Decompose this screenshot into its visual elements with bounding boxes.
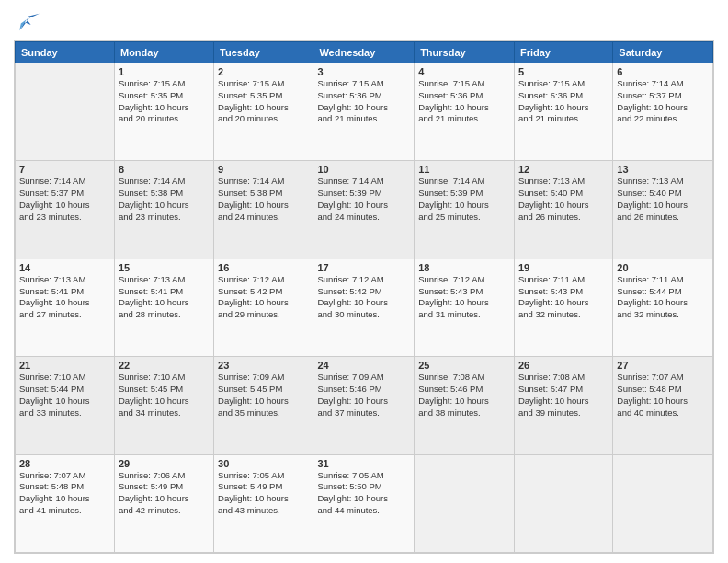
header-row: SundayMondayTuesdayWednesdayThursdayFrid… xyxy=(16,42,713,63)
day-cell: 29Sunrise: 7:06 AMSunset: 5:49 PMDayligh… xyxy=(114,454,213,552)
day-cell: 22Sunrise: 7:10 AMSunset: 5:45 PMDayligh… xyxy=(114,357,213,454)
col-header-tuesday: Tuesday xyxy=(214,42,313,63)
header xyxy=(14,9,714,35)
day-number: 11 xyxy=(418,164,510,175)
day-cell: 28Sunrise: 7:07 AMSunset: 5:48 PMDayligh… xyxy=(16,454,115,552)
day-cell: 3Sunrise: 7:15 AMSunset: 5:36 PMDaylight… xyxy=(313,63,415,161)
day-info: Sunrise: 7:06 AMSunset: 5:49 PMDaylight:… xyxy=(119,470,210,517)
col-header-saturday: Saturday xyxy=(613,42,713,63)
day-info: Sunrise: 7:15 AMSunset: 5:35 PMDaylight:… xyxy=(218,78,309,125)
day-number: 20 xyxy=(617,262,709,273)
day-info: Sunrise: 7:10 AMSunset: 5:45 PMDaylight:… xyxy=(119,372,210,419)
day-info: Sunrise: 7:13 AMSunset: 5:41 PMDaylight:… xyxy=(19,274,110,321)
day-cell: 23Sunrise: 7:09 AMSunset: 5:45 PMDayligh… xyxy=(214,357,313,454)
day-number: 21 xyxy=(19,360,110,371)
day-info: Sunrise: 7:14 AMSunset: 5:38 PMDaylight:… xyxy=(119,176,210,223)
day-info: Sunrise: 7:12 AMSunset: 5:42 PMDaylight:… xyxy=(218,274,309,321)
day-cell: 19Sunrise: 7:11 AMSunset: 5:43 PMDayligh… xyxy=(514,259,612,356)
day-number: 16 xyxy=(218,262,309,273)
day-number: 27 xyxy=(617,360,709,371)
day-info: Sunrise: 7:15 AMSunset: 5:36 PMDaylight:… xyxy=(418,78,510,125)
day-info: Sunrise: 7:13 AMSunset: 5:40 PMDaylight:… xyxy=(518,176,609,223)
day-cell: 10Sunrise: 7:14 AMSunset: 5:39 PMDayligh… xyxy=(313,161,415,259)
day-number: 29 xyxy=(119,458,210,469)
day-number: 8 xyxy=(119,164,210,175)
calendar-body: 1Sunrise: 7:15 AMSunset: 5:35 PMDaylight… xyxy=(16,63,713,553)
col-header-monday: Monday xyxy=(114,42,213,63)
day-cell: 18Sunrise: 7:12 AMSunset: 5:43 PMDayligh… xyxy=(415,259,515,356)
day-cell: 15Sunrise: 7:13 AMSunset: 5:41 PMDayligh… xyxy=(114,259,213,356)
day-cell: 21Sunrise: 7:10 AMSunset: 5:44 PMDayligh… xyxy=(16,357,115,454)
day-number: 19 xyxy=(518,262,609,273)
calendar-table: SundayMondayTuesdayWednesdayThursdayFrid… xyxy=(15,41,713,553)
page: SundayMondayTuesdayWednesdayThursdayFrid… xyxy=(0,0,728,563)
day-number: 24 xyxy=(317,360,410,371)
day-number: 9 xyxy=(218,164,309,175)
day-info: Sunrise: 7:14 AMSunset: 5:38 PMDaylight:… xyxy=(218,176,309,223)
day-number: 18 xyxy=(418,262,510,273)
day-number: 30 xyxy=(218,458,309,469)
week-row-5: 28Sunrise: 7:07 AMSunset: 5:48 PMDayligh… xyxy=(16,454,713,552)
day-number: 13 xyxy=(617,164,709,175)
col-header-thursday: Thursday xyxy=(415,42,515,63)
day-cell: 6Sunrise: 7:14 AMSunset: 5:37 PMDaylight… xyxy=(613,63,713,161)
day-number: 31 xyxy=(317,458,410,469)
day-info: Sunrise: 7:08 AMSunset: 5:46 PMDaylight:… xyxy=(418,372,510,419)
day-cell: 2Sunrise: 7:15 AMSunset: 5:35 PMDaylight… xyxy=(214,63,313,161)
col-header-friday: Friday xyxy=(514,42,612,63)
week-row-4: 21Sunrise: 7:10 AMSunset: 5:44 PMDayligh… xyxy=(16,357,713,454)
day-cell xyxy=(16,63,115,161)
logo xyxy=(14,9,43,35)
day-number: 14 xyxy=(19,262,110,273)
day-cell: 31Sunrise: 7:05 AMSunset: 5:50 PMDayligh… xyxy=(313,454,415,552)
day-number: 12 xyxy=(518,164,609,175)
day-info: Sunrise: 7:14 AMSunset: 5:39 PMDaylight:… xyxy=(317,176,410,223)
day-number: 7 xyxy=(19,164,110,175)
day-cell: 1Sunrise: 7:15 AMSunset: 5:35 PMDaylight… xyxy=(114,63,213,161)
calendar: SundayMondayTuesdayWednesdayThursdayFrid… xyxy=(14,40,714,554)
logo-bird-icon xyxy=(14,9,40,35)
day-cell: 24Sunrise: 7:09 AMSunset: 5:46 PMDayligh… xyxy=(313,357,415,454)
calendar-header: SundayMondayTuesdayWednesdayThursdayFrid… xyxy=(16,42,713,63)
svg-marker-0 xyxy=(21,14,40,29)
day-number: 2 xyxy=(218,66,309,77)
day-info: Sunrise: 7:12 AMSunset: 5:43 PMDaylight:… xyxy=(418,274,510,321)
day-info: Sunrise: 7:13 AMSunset: 5:40 PMDaylight:… xyxy=(617,176,709,223)
day-cell: 8Sunrise: 7:14 AMSunset: 5:38 PMDaylight… xyxy=(114,161,213,259)
day-cell: 4Sunrise: 7:15 AMSunset: 5:36 PMDaylight… xyxy=(415,63,515,161)
day-cell xyxy=(613,454,713,552)
day-cell: 14Sunrise: 7:13 AMSunset: 5:41 PMDayligh… xyxy=(16,259,115,356)
day-info: Sunrise: 7:08 AMSunset: 5:47 PMDaylight:… xyxy=(518,372,609,419)
day-number: 15 xyxy=(119,262,210,273)
day-info: Sunrise: 7:14 AMSunset: 5:37 PMDaylight:… xyxy=(617,78,709,125)
day-number: 26 xyxy=(518,360,609,371)
day-info: Sunrise: 7:11 AMSunset: 5:43 PMDaylight:… xyxy=(518,274,609,321)
day-number: 10 xyxy=(317,164,410,175)
col-header-wednesday: Wednesday xyxy=(313,42,415,63)
day-cell: 30Sunrise: 7:05 AMSunset: 5:49 PMDayligh… xyxy=(214,454,313,552)
day-cell: 20Sunrise: 7:11 AMSunset: 5:44 PMDayligh… xyxy=(613,259,713,356)
day-number: 3 xyxy=(317,66,410,77)
day-info: Sunrise: 7:09 AMSunset: 5:45 PMDaylight:… xyxy=(218,372,309,419)
day-number: 5 xyxy=(518,66,609,77)
day-cell: 11Sunrise: 7:14 AMSunset: 5:39 PMDayligh… xyxy=(415,161,515,259)
day-number: 28 xyxy=(19,458,110,469)
day-number: 25 xyxy=(418,360,510,371)
day-number: 4 xyxy=(418,66,510,77)
day-info: Sunrise: 7:11 AMSunset: 5:44 PMDaylight:… xyxy=(617,274,709,321)
week-row-2: 7Sunrise: 7:14 AMSunset: 5:37 PMDaylight… xyxy=(16,161,713,259)
day-cell: 17Sunrise: 7:12 AMSunset: 5:42 PMDayligh… xyxy=(313,259,415,356)
day-cell: 27Sunrise: 7:07 AMSunset: 5:48 PMDayligh… xyxy=(613,357,713,454)
day-info: Sunrise: 7:10 AMSunset: 5:44 PMDaylight:… xyxy=(19,372,110,419)
day-cell: 12Sunrise: 7:13 AMSunset: 5:40 PMDayligh… xyxy=(514,161,612,259)
day-number: 1 xyxy=(119,66,210,77)
day-info: Sunrise: 7:09 AMSunset: 5:46 PMDaylight:… xyxy=(317,372,410,419)
day-info: Sunrise: 7:15 AMSunset: 5:35 PMDaylight:… xyxy=(119,78,210,125)
day-cell: 13Sunrise: 7:13 AMSunset: 5:40 PMDayligh… xyxy=(613,161,713,259)
day-info: Sunrise: 7:15 AMSunset: 5:36 PMDaylight:… xyxy=(518,78,609,125)
day-cell: 16Sunrise: 7:12 AMSunset: 5:42 PMDayligh… xyxy=(214,259,313,356)
day-number: 6 xyxy=(617,66,709,77)
day-info: Sunrise: 7:14 AMSunset: 5:37 PMDaylight:… xyxy=(19,176,110,223)
day-info: Sunrise: 7:13 AMSunset: 5:41 PMDaylight:… xyxy=(119,274,210,321)
day-info: Sunrise: 7:05 AMSunset: 5:50 PMDaylight:… xyxy=(317,470,410,517)
